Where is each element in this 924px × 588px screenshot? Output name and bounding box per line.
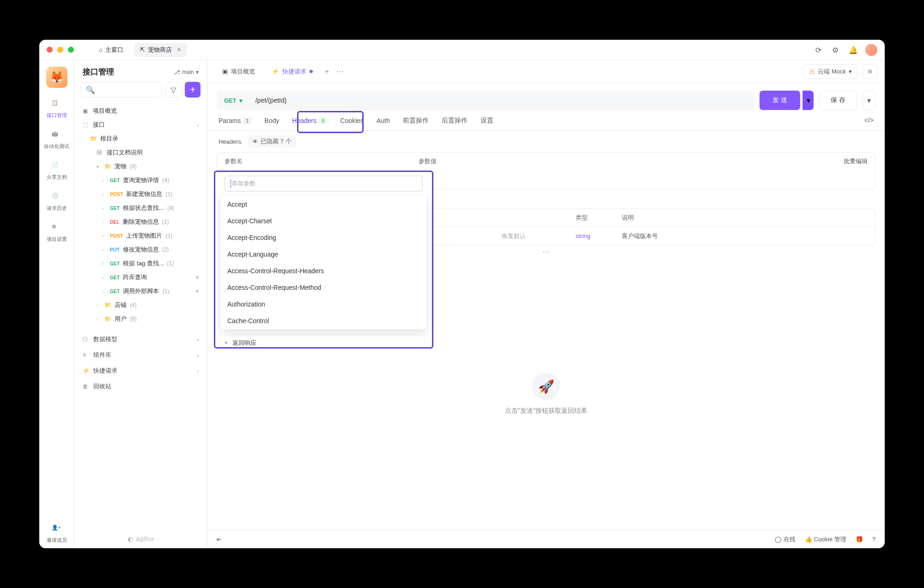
add-button[interactable]: + (185, 82, 201, 98)
api-count: (1) (167, 260, 174, 267)
api-count: (4) (167, 205, 174, 211)
subtab-auth[interactable]: Auth (377, 116, 390, 130)
maximize-window[interactable] (68, 47, 74, 53)
save-dropdown[interactable]: ▾ (863, 91, 875, 110)
online-status[interactable]: ◯ 在线 (775, 535, 796, 544)
save-button[interactable]: 保 存 (819, 91, 857, 110)
tree-components[interactable]: ≡ 组件库 › (74, 347, 207, 363)
cube-icon: ⬚ (83, 122, 90, 128)
dropdown-item[interactable]: Accept-Language (221, 246, 426, 263)
traffic-lights (47, 47, 74, 53)
cloud-icon: 云 (809, 67, 815, 76)
send-dropdown[interactable]: ▾ (802, 91, 814, 110)
url-field[interactable]: /pet/{petId} (250, 97, 754, 104)
subtab-body[interactable]: Body (264, 116, 279, 130)
method-badge: GET (110, 178, 120, 183)
dropdown-item[interactable]: Access-Control-Request-Method (221, 279, 426, 296)
api-item[interactable]: › DEL 删除宠物信息 (1) (74, 215, 207, 229)
dropdown-item[interactable]: Access-Control-Request-Headers (221, 263, 426, 279)
tree-user-folder[interactable]: › 📁 用户 (8) (74, 312, 207, 326)
cookie-manage[interactable]: 👍 Cookie 管理 (805, 535, 846, 544)
api-item[interactable]: › GET 查询宠物详情 (4) (74, 173, 207, 187)
api-item[interactable]: › GET 跨库查询 (74, 270, 207, 284)
subtab-post[interactable]: 后置操作 (442, 116, 468, 130)
subtab-headers[interactable]: Headers 8 (292, 116, 327, 130)
tree-interfaces[interactable]: ⬚ 接口 › (74, 118, 207, 132)
status-bar: ⇤ ◯ 在线 👍 Cookie 管理 🎁 ? (207, 530, 885, 548)
api-item[interactable]: › PUT 修改宠物信息 (2) (74, 243, 207, 257)
more-tabs[interactable]: ⋯ (334, 64, 346, 79)
filter-button[interactable]: ▽ (165, 82, 181, 98)
dropdown-item[interactable]: Accept-Charset (221, 213, 426, 229)
code-icon[interactable]: </> (864, 116, 874, 130)
minimize-window[interactable] (57, 47, 63, 53)
api-count: (1) (165, 191, 172, 197)
response-section-label[interactable]: ▾ 返回响应 (225, 335, 423, 347)
tree-data-model[interactable]: ⬡ 数据模型 › (74, 331, 207, 347)
send-button[interactable]: 发 送 (760, 91, 800, 110)
rail-invite[interactable]: 👤+ 邀请成员 (39, 520, 74, 548)
tab-overview[interactable]: ▣ 项目概览 (215, 64, 262, 80)
subtab-params[interactable]: Params 1 (219, 116, 251, 130)
rocket-icon: 🚀 (532, 373, 560, 400)
dropdown-item[interactable]: Accept (221, 196, 426, 213)
method-selector[interactable]: GET ▾ (217, 97, 250, 104)
tree-recycle[interactable]: 🗑 回收站 (74, 379, 207, 394)
tree-store-folder[interactable]: › 📁 店铺 (4) (74, 298, 207, 312)
api-item[interactable]: › POST 上传宠物图片 (1) (74, 229, 207, 243)
rail-history[interactable]: 🕘 请求历史 (39, 188, 74, 216)
dropdown-item[interactable]: Cache-Control (221, 312, 426, 329)
tree-quick-request[interactable]: ⚡ 快捷请求 › (74, 363, 207, 379)
external-icon: ⇱ (140, 46, 145, 53)
add-param-dropdown: 添加参数 AcceptAccept-CharsetAccept-Encoding… (214, 171, 433, 349)
api-count: (2) (162, 246, 169, 253)
rail-share-docs[interactable]: 📄 分享文档 (39, 157, 74, 185)
rail-api-manage[interactable]: 📋 接口管理 (39, 95, 74, 123)
rail-project-settings[interactable]: ⚙ 项目设置 (39, 219, 74, 247)
api-name: 跨库查询 (123, 273, 147, 282)
search-input[interactable]: 🔍 (81, 82, 162, 98)
chevron-right-icon: › (102, 247, 107, 252)
tree-overview[interactable]: ▣ 项目概览 (74, 104, 207, 118)
api-item[interactable]: › POST 新建宠物信息 (1) (74, 187, 207, 201)
url-input[interactable]: GET ▾ /pet/{petId} (217, 91, 754, 110)
api-item[interactable]: › GET 根据 tag 查找... (1) (74, 257, 207, 270)
share-icon: 📄 (52, 162, 62, 172)
automation-icon: 🤖 (52, 131, 62, 141)
api-name: 查询宠物详情 (123, 176, 159, 184)
chevron-right-icon: › (102, 261, 107, 266)
add-tab[interactable]: + (322, 65, 332, 79)
subtab-pre[interactable]: 前置操作 (403, 116, 429, 130)
subtab-cookies[interactable]: Cookies (340, 116, 364, 130)
rail-automation[interactable]: 🤖 自动化测试 (39, 126, 74, 154)
tree-api-doc[interactable]: Ⓜ 接口文档说明 (74, 146, 207, 159)
tab-quick-request[interactable]: ⚡ 快捷请求 (264, 64, 320, 80)
hidden-toggle[interactable]: 👁 已隐藏 7 个 (248, 135, 296, 147)
gift-icon[interactable]: 🎁 (856, 536, 863, 543)
api-item[interactable]: › GET 根据状态查找... (4) (74, 201, 207, 215)
batch-edit-button[interactable]: 批量编辑 (844, 157, 868, 165)
chevron-down-icon: ▾ (239, 97, 243, 104)
tab-main-window[interactable]: ⌂ 主窗口 (93, 43, 129, 57)
dropdown-item[interactable]: Authorization (221, 296, 426, 312)
tree-pets-folder[interactable]: ▾ 📁 宠物 (9) (74, 159, 207, 173)
branch-selector[interactable]: ⎇ main ▾ (174, 69, 199, 75)
subtab-settings[interactable]: 设置 (480, 116, 493, 130)
settings-icon[interactable]: ⚙ (832, 46, 840, 54)
help-icon[interactable]: ? (872, 536, 875, 543)
add-param-input[interactable]: 添加参数 (225, 176, 423, 191)
tab-pet-store[interactable]: ⇱ 宠物商店 ✕ (134, 43, 187, 57)
close-window[interactable] (47, 47, 53, 53)
refresh-icon[interactable]: ⟳ (815, 46, 824, 54)
env-selector[interactable]: 云 云端 Mock ▾ (803, 64, 858, 79)
avatar[interactable] (865, 44, 877, 56)
api-item[interactable]: › GET 调用外部脚本 (1) (74, 284, 207, 298)
dropdown-item[interactable]: Accept-Encoding (221, 229, 426, 246)
collapse-icon[interactable]: ⇤ (217, 536, 222, 543)
menu-button[interactable]: ≡ (863, 64, 877, 79)
close-icon[interactable]: ✕ (176, 46, 182, 53)
app-logo: 🦊 (46, 67, 67, 88)
sidebar-title: 接口管理 (83, 67, 114, 77)
bell-icon[interactable]: 🔔 (849, 46, 857, 54)
tree-root-folder[interactable]: 📁 根目录 (74, 132, 207, 146)
